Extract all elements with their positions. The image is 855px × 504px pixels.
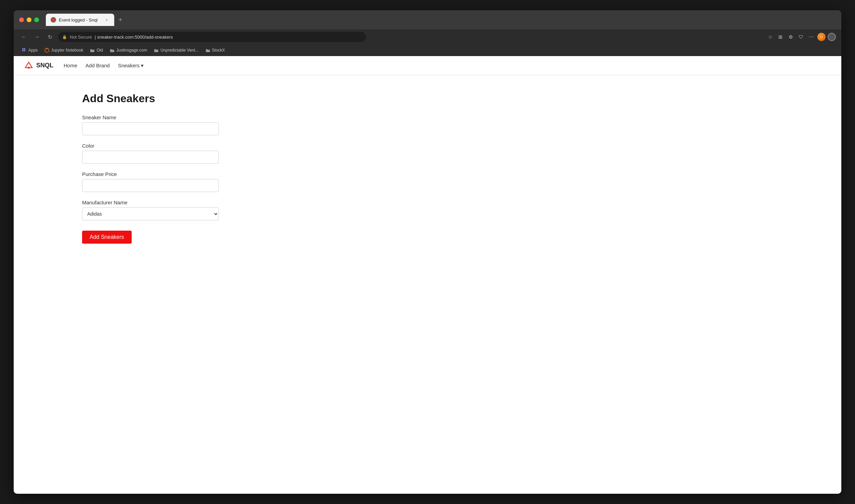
manufacturer-select[interactable]: Adidas Nike Puma Reebok: [82, 207, 219, 220]
form-group-sneaker-name: Sneaker Name: [82, 114, 841, 135]
tab-close-button[interactable]: ×: [104, 17, 109, 23]
form-group-purchase-price: Purchase Price: [82, 171, 841, 192]
bookmark-jupyter[interactable]: Jupyter Notebook: [42, 47, 86, 54]
form-group-color: Color: [82, 143, 841, 164]
bookmark-justinsgage-label: Justinsgage.com: [116, 48, 147, 53]
color-label: Color: [82, 143, 841, 149]
nav-sneakers-dropdown[interactable]: Sneakers ▾: [118, 63, 144, 69]
page-content: SNQL Home Add Brand Sneakers ▾ Add Sneak…: [14, 56, 841, 494]
folder-icon-unpredictable: [154, 48, 159, 53]
minimize-button[interactable]: [27, 17, 31, 22]
chevron-down-icon: ▾: [141, 63, 144, 69]
tab-title: Event logged - Snql: [59, 17, 101, 23]
tab-bar: Event logged - Snql × +: [46, 14, 836, 26]
sneaker-name-label: Sneaker Name: [82, 114, 841, 120]
svg-point-0: [52, 18, 55, 22]
bookmark-stockx[interactable]: StockX: [203, 47, 228, 54]
svg-rect-4: [24, 50, 25, 51]
extensions-icon[interactable]: ⚙: [787, 33, 795, 41]
profile-avatar2[interactable]: [828, 33, 836, 41]
bookmark-apps[interactable]: Apps: [19, 47, 40, 54]
back-button[interactable]: ←: [19, 32, 29, 42]
bookmark-old[interactable]: Old: [87, 47, 106, 54]
url-bar[interactable]: 🔒 Not Secure | sneaker-track.com:5000/ad…: [58, 32, 366, 42]
nav-links: Home Add Brand Sneakers ▾: [64, 63, 144, 69]
nav-add-brand[interactable]: Add Brand: [86, 63, 110, 68]
browser-window: Event logged - Snql × + ← → ↻ 🔒 Not Secu…: [14, 10, 841, 494]
maximize-button[interactable]: [34, 17, 39, 22]
new-tab-button[interactable]: +: [116, 15, 125, 25]
security-icon: 🔒: [62, 35, 67, 39]
manufacturer-label: Manufacturer Name: [82, 200, 841, 205]
grid-icon[interactable]: ⊞: [776, 33, 785, 41]
url-domain: sneaker-track.com:5000/add-sneakers: [97, 35, 173, 40]
form-group-manufacturer: Manufacturer Name Adidas Nike Puma Reebo…: [82, 200, 841, 220]
bookmark-justinsgage[interactable]: Justinsgage.com: [107, 47, 150, 54]
add-sneakers-button[interactable]: Add Sneakers: [82, 231, 132, 244]
app-brand[interactable]: SNQL: [24, 61, 53, 70]
not-secure-label: Not Secure: [70, 35, 92, 40]
svg-point-8: [28, 67, 30, 69]
svg-rect-3: [22, 50, 24, 51]
svg-rect-2: [24, 48, 25, 50]
sneaker-name-input[interactable]: [82, 122, 219, 135]
folder-icon-old: [90, 48, 95, 53]
url-separator: |: [95, 35, 97, 40]
svg-rect-1: [22, 48, 24, 50]
vpn-icon[interactable]: 🛡: [797, 33, 805, 41]
main-content: Add Sneakers Sneaker Name Color Purchase…: [14, 75, 841, 261]
page-heading: Add Sneakers: [82, 92, 841, 105]
star-icon[interactable]: ☆: [766, 33, 774, 41]
bookmark-jupyter-label: Jupyter Notebook: [51, 48, 83, 53]
purchase-price-label: Purchase Price: [82, 171, 841, 177]
folder-icon-justinsgage: [110, 48, 115, 53]
app-navbar: SNQL Home Add Brand Sneakers ▾: [14, 56, 841, 75]
brand-logo: [24, 61, 34, 70]
color-input[interactable]: [82, 151, 219, 164]
brand-name: SNQL: [36, 62, 53, 69]
bookmark-stockx-label: StockX: [212, 48, 225, 53]
toolbar-icons: ☆ ⊞ ⚙ 🛡 ⋯ U: [766, 33, 836, 41]
nav-home[interactable]: Home: [64, 63, 77, 68]
address-bar: ← → ↻ 🔒 Not Secure | sneaker-track.com:5…: [14, 29, 841, 44]
bookmark-old-label: Old: [96, 48, 103, 53]
bookmarks-bar: Apps Jupyter Notebook Old: [14, 44, 841, 56]
settings-icon[interactable]: ⋯: [807, 33, 815, 41]
refresh-button[interactable]: ↻: [45, 32, 55, 42]
bookmark-unpredictable[interactable]: Unpredictable Vent...: [151, 47, 201, 54]
traffic-lights: [19, 17, 39, 22]
purchase-price-input[interactable]: [82, 179, 219, 192]
url-text: Not Secure | sneaker-track.com:5000/add-…: [70, 35, 173, 40]
title-bar: Event logged - Snql × +: [14, 10, 841, 29]
svg-point-6: [47, 48, 48, 49]
apps-grid-icon: [22, 48, 27, 53]
jupyter-icon: [44, 48, 49, 53]
tab-favicon: [51, 17, 56, 23]
nav-sneakers-label: Sneakers: [118, 63, 140, 68]
forward-button[interactable]: →: [32, 32, 42, 42]
profile-avatar[interactable]: U: [817, 33, 826, 41]
close-button[interactable]: [19, 17, 24, 22]
bookmark-apps-label: Apps: [28, 48, 38, 53]
bookmark-unpredictable-label: Unpredictable Vent...: [160, 48, 198, 53]
active-tab[interactable]: Event logged - Snql ×: [46, 14, 114, 26]
folder-icon-stockx: [206, 48, 210, 53]
